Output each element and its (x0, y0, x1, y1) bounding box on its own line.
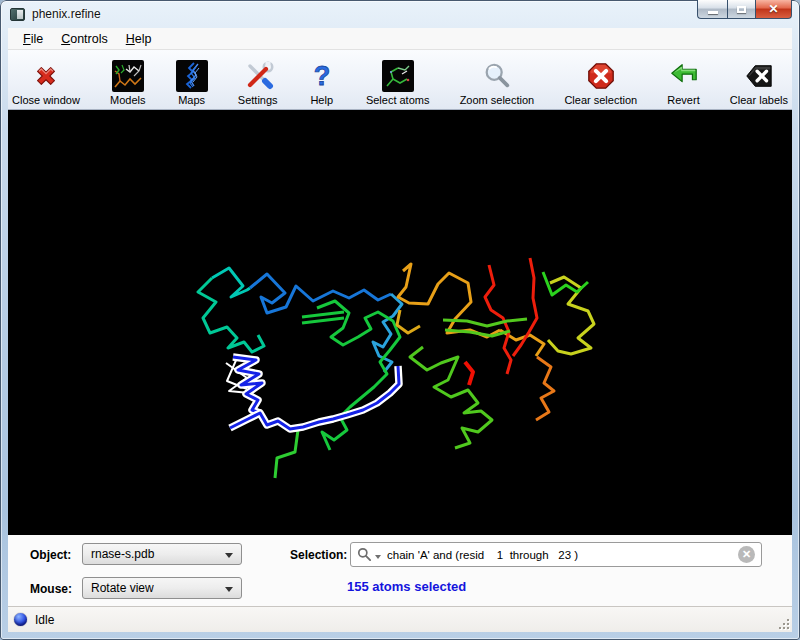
toolbar-button-revert[interactable]: Revert (667, 53, 699, 107)
minimize-button[interactable] (697, 0, 727, 19)
toolbar-button-settings[interactable]: Settings (238, 53, 278, 107)
mouse-label: Mouse: (30, 582, 72, 596)
mouse-dropdown[interactable]: Rotate view (82, 577, 242, 599)
close-window-icon (31, 58, 61, 94)
phenix-refine-window: phenix.refine ✕ File Controls Help Close… (0, 0, 800, 640)
toolbar-button-maps[interactable]: Maps (176, 53, 208, 107)
toolbar-label: Revert (667, 94, 699, 107)
zoom-selection-icon (482, 58, 512, 94)
models-icon (112, 58, 144, 94)
svg-text:?: ? (313, 61, 330, 91)
toolbar-label: Zoom selection (460, 94, 535, 107)
chevron-down-icon (225, 553, 233, 558)
clear-search-button[interactable]: ✕ (738, 546, 755, 563)
menu-file[interactable]: File (14, 29, 52, 49)
toolbar-label: Close window (12, 94, 80, 107)
selection-search-input[interactable]: chain 'A' and (resid 1 through 23 ) ✕ (350, 542, 762, 567)
toolbar-label: Settings (238, 94, 278, 107)
search-icon[interactable] (357, 547, 372, 562)
client-area: File Controls Help Close window (8, 28, 792, 632)
maps-icon (176, 58, 208, 94)
title-bar: phenix.refine (0, 0, 800, 28)
toolbar-button-select-atoms[interactable]: Select atoms (366, 53, 430, 107)
clear-search-icon: ✕ (742, 549, 751, 560)
close-icon: ✕ (768, 3, 778, 15)
settings-icon (242, 58, 274, 94)
menu-controls[interactable]: Controls (52, 29, 117, 49)
toolbar: Close window Models (8, 50, 792, 110)
resize-grip[interactable] (777, 617, 789, 629)
help-icon: ? (308, 58, 336, 94)
selection-value[interactable]: chain 'A' and (resid 1 through 23 ) (387, 549, 738, 561)
object-label: Object: (30, 548, 71, 562)
toolbar-button-close-window[interactable]: Close window (12, 53, 80, 107)
toolbar-label: Maps (178, 94, 205, 107)
toolbar-button-help[interactable]: ? Help (308, 53, 336, 107)
maximize-button[interactable] (727, 0, 756, 19)
atoms-selected-status: 155 atoms selected (347, 579, 466, 594)
app-icon (10, 8, 25, 21)
menu-bar: File Controls Help (8, 28, 792, 50)
clear-selection-icon (586, 58, 616, 94)
status-idle-icon (14, 613, 27, 626)
toolbar-label: Clear selection (564, 94, 637, 107)
object-dropdown-value: rnase-s.pdb (91, 547, 154, 561)
object-dropdown[interactable]: rnase-s.pdb (82, 543, 242, 565)
toolbar-label: Help (310, 94, 333, 107)
control-panel: Object: rnase-s.pdb Selection: chain 'A'… (8, 535, 792, 606)
maximize-icon (737, 6, 746, 13)
clear-labels-icon (744, 58, 774, 94)
selection-label: Selection: (290, 548, 347, 562)
menu-help[interactable]: Help (117, 29, 161, 49)
window-controls: ✕ (697, 0, 792, 19)
mouse-dropdown-value: Rotate view (91, 581, 154, 595)
toolbar-label: Models (110, 94, 145, 107)
chevron-down-icon (225, 587, 233, 592)
close-button[interactable]: ✕ (756, 0, 792, 19)
molecule-viewport[interactable] (8, 110, 792, 535)
toolbar-label: Select atoms (366, 94, 430, 107)
status-bar: Idle (8, 606, 792, 632)
toolbar-label: Clear labels (730, 94, 788, 107)
toolbar-button-clear-selection[interactable]: Clear selection (564, 53, 637, 107)
toolbar-button-zoom-selection[interactable]: Zoom selection (460, 53, 535, 107)
molecule-svg (8, 110, 792, 535)
status-text: Idle (35, 613, 54, 627)
minimize-icon (708, 11, 718, 14)
window-title: phenix.refine (32, 7, 101, 21)
toolbar-button-models[interactable]: Models (110, 53, 145, 107)
toolbar-button-clear-labels[interactable]: Clear labels (730, 53, 788, 107)
revert-icon (668, 58, 700, 94)
search-menu-chevron-icon[interactable] (375, 555, 381, 559)
select-atoms-icon (382, 58, 414, 94)
